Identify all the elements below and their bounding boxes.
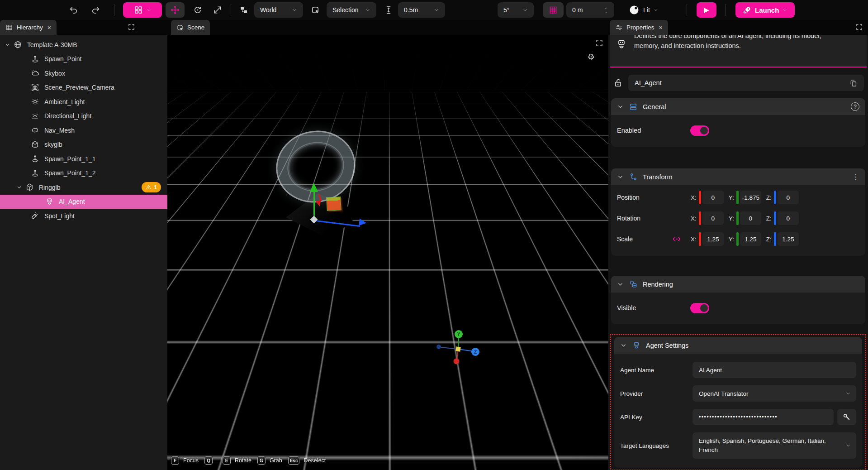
object-name-input[interactable]: AI_Agent xyxy=(628,75,864,91)
unlock-icon[interactable] xyxy=(613,78,623,88)
gear-icon[interactable]: ⚙ xyxy=(588,52,595,62)
divider xyxy=(231,4,231,16)
key-e: E xyxy=(223,456,231,465)
small-cube-object[interactable] xyxy=(326,197,342,211)
tree-item[interactable]: Spawn_Point_1_1 xyxy=(0,152,167,166)
gizmo-y-arrowhead[interactable] xyxy=(310,179,318,192)
move-snap-dropdown[interactable]: 0.5m xyxy=(398,2,445,18)
scale-tool-button[interactable] xyxy=(209,2,226,18)
position-y-input[interactable]: -1.875 xyxy=(740,191,761,204)
orientation-gizmo[interactable]: Y Z xyxy=(427,325,491,370)
component-description: Defines the core components of an AI age… xyxy=(634,35,844,51)
scene-viewport[interactable]: Y Z ⚙ F Focus Q E Rotate G Grab Esc Dese… xyxy=(167,35,608,470)
chevron-down-icon xyxy=(292,7,297,13)
target-languages-dropdown[interactable]: English, Spanish, Portuguese, German, It… xyxy=(693,432,856,459)
launch-button[interactable]: Launch xyxy=(735,2,795,18)
chevron-down-icon xyxy=(845,391,851,396)
agent-settings-header[interactable]: Agent Settings xyxy=(614,337,862,354)
tree-item-selected[interactable]: AI_Agent xyxy=(0,195,167,209)
scale-x-input[interactable]: 1.25 xyxy=(702,232,724,246)
step-up-icon[interactable] xyxy=(604,6,608,10)
tab-properties[interactable]: Properties × xyxy=(610,20,668,35)
visible-label: Visible xyxy=(617,304,690,312)
transform-space-button[interactable] xyxy=(235,2,252,18)
move-tool-button[interactable] xyxy=(166,2,185,18)
tab-scene[interactable]: Scene xyxy=(171,20,210,35)
visible-toggle[interactable] xyxy=(690,303,709,313)
spot-light-icon xyxy=(31,211,39,220)
provider-dropdown[interactable]: OpenAI Translator xyxy=(693,385,856,402)
scale-y-input[interactable]: 1.25 xyxy=(740,232,761,246)
tree-item[interactable]: Scene_Preview_Camera xyxy=(0,81,167,95)
tree-item[interactable]: Spawn_Point xyxy=(0,52,167,67)
tab-hierarchy[interactable]: Hierarchy × xyxy=(0,20,57,35)
robot-icon xyxy=(45,197,54,206)
properties-expand-icon[interactable] xyxy=(856,24,863,30)
rotate-snap-value: 5° xyxy=(503,6,509,14)
position-x-input[interactable]: 0 xyxy=(702,191,724,204)
vertical-snap-icon xyxy=(384,5,393,14)
hierarchy-icon xyxy=(5,24,13,31)
api-key-reveal-button[interactable] xyxy=(837,409,856,425)
play-button[interactable]: ▶ xyxy=(697,2,716,18)
tree-item[interactable]: Directional_Light xyxy=(0,109,167,124)
pivot-icon xyxy=(311,5,320,14)
rotate-snap-dropdown[interactable]: 5° xyxy=(498,2,534,18)
warning-badge[interactable]: 1 xyxy=(142,182,161,192)
chevron-down-icon[interactable] xyxy=(5,42,10,48)
rotation-y-input[interactable]: 0 xyxy=(740,211,761,225)
chevron-down-icon[interactable] xyxy=(16,184,22,190)
enabled-toggle[interactable] xyxy=(690,125,709,136)
rotation-z-input[interactable]: 0 xyxy=(778,211,799,225)
rotate-tool-button[interactable] xyxy=(189,2,206,18)
position-z-input[interactable]: 0 xyxy=(778,191,799,204)
world-space-value: World xyxy=(260,6,276,14)
redo-button[interactable] xyxy=(87,2,104,18)
robot-icon xyxy=(632,341,641,350)
gizmo-z-arrowhead[interactable] xyxy=(359,219,370,227)
transform-section-header[interactable]: Transform ⋮ xyxy=(611,168,865,185)
tree-item[interactable]: Spawn_Point_1_2 xyxy=(0,166,167,181)
viewport-expand-icon[interactable] xyxy=(596,39,603,47)
pivot-mode-dropdown[interactable]: Selection xyxy=(327,2,376,18)
scene-icon xyxy=(176,24,184,31)
rocket-icon xyxy=(743,5,752,14)
agent-name-input[interactable]: AI Agent xyxy=(693,362,856,378)
tree-item[interactable]: Ambient_Light xyxy=(0,95,167,109)
rotation-x-input[interactable]: 0 xyxy=(702,211,724,225)
world-space-dropdown[interactable]: World xyxy=(254,2,303,18)
scale-z-input[interactable]: 1.25 xyxy=(778,232,799,246)
close-icon[interactable]: × xyxy=(47,24,51,31)
chevron-down-icon xyxy=(617,103,624,110)
undo-button[interactable] xyxy=(65,2,82,18)
transform-space-icon xyxy=(239,5,248,14)
help-icon[interactable]: ? xyxy=(851,102,859,111)
grid-snap-toggle[interactable] xyxy=(543,2,564,18)
general-section-header[interactable]: General ? xyxy=(611,98,865,115)
vertical-snap-button[interactable] xyxy=(380,2,397,18)
pivot-button[interactable] xyxy=(307,2,324,18)
floor-height-stepper[interactable]: 0 m xyxy=(566,2,614,18)
tree-item[interactable]: Spot_Light xyxy=(0,209,167,223)
position-row: Position X: 0 Y: -1.875 Z: 0 xyxy=(617,187,859,208)
tree-item[interactable]: skyglb xyxy=(0,138,167,152)
copy-icon[interactable] xyxy=(849,79,858,87)
link-icon[interactable] xyxy=(672,235,681,244)
close-icon[interactable]: × xyxy=(659,24,663,31)
more-icon[interactable]: ⋮ xyxy=(852,173,859,181)
transform-node-icon xyxy=(629,173,638,182)
api-key-input[interactable]: •••••••••••••••••••••••••••••• xyxy=(693,409,834,425)
divider xyxy=(114,4,114,16)
hierarchy-expand-icon[interactable] xyxy=(128,24,135,30)
asset-library-button[interactable] xyxy=(123,2,162,18)
rendering-section-header[interactable]: Rendering xyxy=(611,276,865,293)
tree-item[interactable]: Skybox xyxy=(0,66,167,81)
shading-dropdown[interactable]: Lit xyxy=(629,5,658,15)
camera-icon xyxy=(31,83,39,92)
tree-item[interactable]: Nav_Mesh xyxy=(0,123,167,138)
shading-value: Lit xyxy=(643,6,650,14)
step-down-icon[interactable] xyxy=(604,10,608,14)
tree-item[interactable]: Ringglb 1 xyxy=(0,180,167,195)
properties-icon xyxy=(615,24,623,31)
tree-item-root[interactable]: Template A-30MB xyxy=(0,38,167,52)
